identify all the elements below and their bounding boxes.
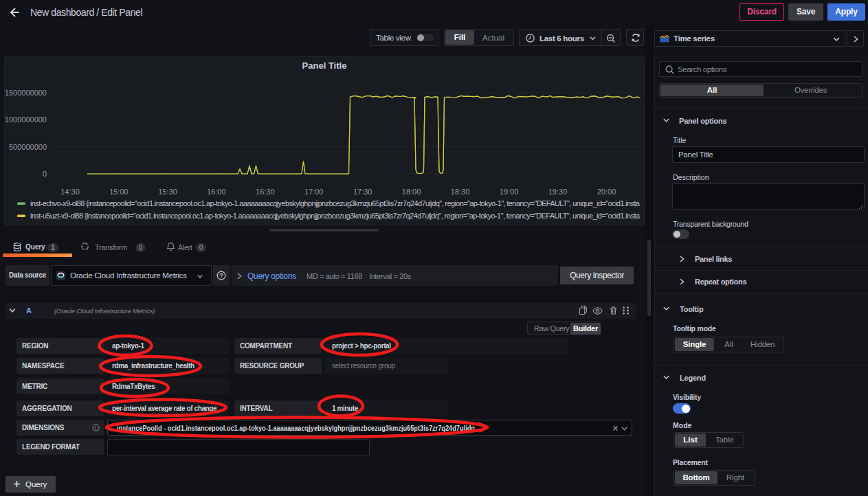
svg-text:16:00: 16:00: [207, 188, 226, 196]
svg-text:14:30: 14:30: [60, 188, 80, 196]
svg-text:inst-u5uzt-x9-ol88 {instancepo: inst-u5uzt-x9-ol88 {instancepoolid="ocid…: [30, 212, 641, 220]
svg-text:1500000000: 1500000000: [5, 89, 47, 97]
svg-text:16:30: 16:30: [256, 188, 275, 196]
svg-text:500000000: 500000000: [9, 143, 47, 151]
svg-text:18:00: 18:00: [402, 188, 421, 196]
svg-text:20:00: 20:00: [597, 188, 616, 196]
svg-text:0: 0: [43, 170, 47, 178]
svg-text:18:30: 18:30: [451, 188, 470, 196]
svg-text:?: ?: [219, 272, 223, 279]
svg-text:19:30: 19:30: [548, 188, 568, 196]
svg-text:instancePoolId - ocid1.instanc: instancePoolId - ocid1.instancepool.oc1.…: [117, 424, 475, 432]
svg-text:15:30: 15:30: [158, 188, 177, 196]
svg-text:17:00: 17:00: [304, 188, 324, 196]
svg-text:17:30: 17:30: [353, 188, 372, 196]
svg-text:15:00: 15:00: [109, 188, 129, 196]
svg-text:inst-echvo-x9-ol88 {instancepo: inst-echvo-x9-ol88 {instancepoolid="ocid…: [30, 199, 641, 207]
svg-text:19:00: 19:00: [500, 188, 519, 196]
svg-text:1000000000: 1000000000: [5, 115, 47, 124]
